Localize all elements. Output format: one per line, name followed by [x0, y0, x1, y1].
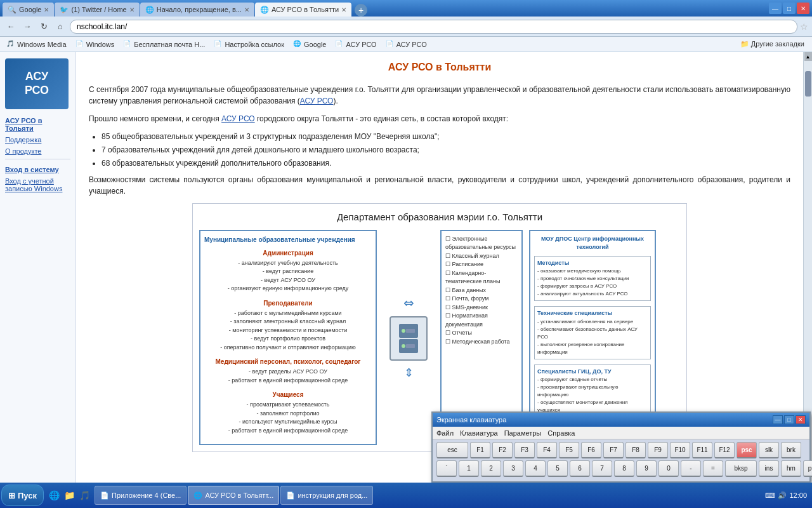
tab-google[interactable]: 🔍 Google ✕ — [3, 3, 54, 17]
key-7[interactable]: 7 — [592, 460, 612, 477]
osk-close[interactable]: ✕ — [796, 415, 806, 424]
key-4[interactable]: 4 — [525, 460, 546, 477]
key-9[interactable]: 9 — [636, 460, 657, 477]
key-f7[interactable]: F7 — [603, 442, 624, 458]
resource-item: ☐ Методическая работа — [445, 338, 518, 347]
minimize-button[interactable]: — — [769, 3, 782, 14]
key-hm[interactable]: hm — [781, 460, 801, 477]
key-f10[interactable]: F10 — [670, 442, 690, 458]
resource-item: ☐ Отчёты — [445, 329, 518, 338]
scroll-thumb[interactable] — [805, 71, 811, 97]
taskbar-app4[interactable]: 📄 Приложение 4 (Све... — [95, 486, 187, 505]
bookmark-asu-rso-2[interactable]: 📄 АСУ РСО — [383, 39, 429, 50]
key-esc[interactable]: esc — [436, 442, 468, 458]
tab-asu-tol-close[interactable]: ✕ — [341, 6, 346, 13]
bookmark-google[interactable]: 🌐 Google — [291, 39, 329, 50]
tab-asu-start-icon: 🌐 — [145, 6, 154, 14]
key-f4[interactable]: F4 — [537, 442, 557, 458]
key-ins[interactable]: ins — [759, 460, 779, 477]
key-f5[interactable]: F5 — [559, 442, 579, 458]
role-tech-title: Технические специалисты — [537, 309, 648, 318]
tab-twitter-close[interactable]: ✕ — [129, 6, 134, 13]
sidebar-link-windows-login[interactable]: Вход с учетной записью Windows — [5, 177, 70, 192]
osk-menu-keyboard[interactable]: Клавиатура — [460, 429, 498, 437]
bookmark-windows-media[interactable]: 🎵 Windows Media — [4, 39, 69, 50]
back-button[interactable]: ← — [4, 20, 18, 34]
key-0[interactable]: 0 — [658, 460, 679, 477]
address-bar[interactable]: nschool.itc.lan/ — [70, 20, 797, 34]
bullet-item-3: 68 образовательных учреждений дополнител… — [102, 157, 790, 169]
bookmark-asu-rso-1[interactable]: 📄 АСУ РСО — [332, 39, 379, 50]
taskbar-folder-icon[interactable]: 📁 — [63, 489, 75, 502]
forward-button[interactable]: → — [20, 20, 34, 34]
key-f12[interactable]: F12 — [714, 442, 735, 458]
tab-asu-start-close[interactable]: ✕ — [244, 6, 249, 13]
key-slk[interactable]: slk — [759, 442, 779, 458]
tray-keyboard-icon: ⌨ — [765, 491, 775, 500]
tab-asu-tol[interactable]: 🌐 АСУ РСО в Тольятти ✕ — [255, 3, 351, 17]
key-5[interactable]: 5 — [547, 460, 568, 477]
key-1[interactable]: 1 — [459, 460, 479, 477]
second-paragraph: Прошло немного времени, и сегодня АСУ РС… — [89, 113, 790, 124]
home-button[interactable]: ⌂ — [53, 20, 67, 34]
scroll-up-button[interactable]: ▲ — [804, 52, 812, 61]
osk-maximize[interactable]: □ — [784, 415, 794, 424]
third-paragraph: Возможностями системы пользуются органы … — [89, 174, 790, 197]
sidebar-link-login[interactable]: Вход в систему — [5, 166, 70, 173]
start-button[interactable]: ⊞ Пуск — [1, 485, 44, 506]
close-button[interactable]: ✕ — [797, 3, 809, 14]
svg-rect-5 — [406, 344, 415, 348]
key-f9[interactable]: F9 — [648, 442, 668, 458]
bookmark-windows[interactable]: 📄 Windows — [73, 39, 117, 50]
key-f2[interactable]: F2 — [492, 442, 513, 458]
osk-menu-file[interactable]: Файл — [436, 429, 454, 437]
logo: АСУ РСО — [25, 70, 49, 97]
osk-menu-params[interactable]: Параметры — [504, 429, 542, 437]
maximize-button[interactable]: □ — [783, 3, 796, 14]
taskbar-asu-tol[interactable]: 🌐 АСУ РСО в Тольятт... — [188, 486, 279, 505]
bookmark-link-settings[interactable]: 📄 Настройка ссылок — [211, 39, 287, 50]
diagram-title: Департамент образования мэрии г.о. Толья… — [199, 210, 680, 225]
tab-twitter-icon: 🐦 — [60, 6, 69, 14]
key-3[interactable]: 3 — [503, 460, 523, 477]
taskbar-media-icon[interactable]: 🎵 — [78, 489, 91, 502]
role-medical: Медицинский персонал, психолог, соцпедаг… — [204, 357, 372, 385]
osk-menu-help[interactable]: Справка — [547, 429, 575, 437]
asu-rso-link-2[interactable]: АСУ РСО — [221, 114, 255, 123]
tab-twitter[interactable]: 🐦 (1) Twitter / Home ✕ — [55, 3, 139, 17]
key-8[interactable]: 8 — [614, 460, 634, 477]
key-brk[interactable]: brk — [781, 442, 801, 458]
window-controls: — □ ✕ — [769, 3, 809, 14]
key-6[interactable]: 6 — [570, 460, 590, 477]
key-f3[interactable]: F3 — [514, 442, 535, 458]
asu-rso-link-1[interactable]: АСУ РСО — [300, 97, 334, 105]
windows-icon: 📄 — [75, 40, 84, 49]
new-tab-button[interactable]: + — [355, 4, 367, 17]
sidebar-link-asu-tol[interactable]: АСУ РСО в Тольяти — [5, 117, 70, 132]
key-psc[interactable]: psc — [737, 442, 757, 458]
taskbar-ie-icon[interactable]: 🌐 — [48, 489, 60, 502]
tab-google-close[interactable]: ✕ — [44, 6, 49, 13]
bookmark-other[interactable]: 📁 Другие закладки — [737, 39, 808, 49]
key-backtick[interactable]: ` — [436, 460, 457, 477]
refresh-button[interactable]: ↻ — [37, 20, 51, 34]
sidebar-link-support[interactable]: Поддержка — [5, 136, 70, 144]
osk-minimize[interactable]: — — [773, 415, 783, 424]
key-f11[interactable]: F11 — [692, 442, 712, 458]
key-f6[interactable]: F6 — [581, 442, 601, 458]
role-teachers: Преподаватели - работают с мультимедийны… — [204, 298, 372, 352]
key-f8[interactable]: F8 — [625, 442, 646, 458]
key-minus[interactable]: - — [681, 460, 701, 477]
key-f1[interactable]: F1 — [470, 442, 490, 458]
osk-titlebar: Экранная клавиатура — □ ✕ — [433, 413, 809, 427]
key-equals[interactable]: = — [703, 460, 723, 477]
sidebar-link-about[interactable]: О продукте — [5, 147, 70, 155]
bookmark-asu-rso-2-label: АСУ РСО — [396, 41, 427, 48]
bookmark-star[interactable]: ☆ — [800, 22, 808, 32]
key-2[interactable]: 2 — [481, 460, 501, 477]
taskbar-instr[interactable]: 📄 инструкция для род... — [280, 486, 373, 505]
bookmark-free-mail[interactable]: 📄 Бесплатная почта Н... — [121, 39, 207, 50]
key-pup[interactable]: pup — [803, 460, 812, 477]
tab-asu-start[interactable]: 🌐 Начало, прекращение, в... ✕ — [140, 3, 254, 17]
key-bksp[interactable]: bksp — [725, 460, 757, 477]
